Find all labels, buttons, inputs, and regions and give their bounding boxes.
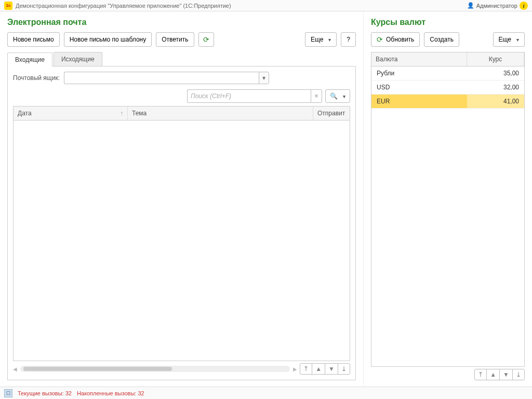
refresh-icon: ⟳ xyxy=(203,35,209,44)
rate-name: EUR xyxy=(371,95,467,108)
rates-nav-buttons: ⤒ ▲ ▼ ⤓ xyxy=(475,369,525,380)
nav-down-button[interactable]: ▼ xyxy=(499,369,513,380)
email-table-header: Дата↑ Тема Отправит xyxy=(13,106,350,121)
scroll-right-icon[interactable]: ▶ xyxy=(293,366,297,372)
refresh-button[interactable]: ⟳ xyxy=(198,32,214,47)
tab-outbox[interactable]: Исходящие xyxy=(54,52,102,66)
reply-button[interactable]: Ответить xyxy=(156,32,194,47)
email-more-button[interactable]: Еще xyxy=(305,32,337,47)
rates-table-header: Валюта Курс xyxy=(371,52,525,66)
search-input[interactable] xyxy=(187,89,311,103)
rate-row[interactable]: EUR41,00 xyxy=(371,95,524,109)
rates-pane: Курсы валют ⟳Обновить Создать Еще Валюта… xyxy=(364,11,532,387)
rate-row[interactable]: USD32,00 xyxy=(371,81,524,95)
rates-create-button[interactable]: Создать xyxy=(424,32,459,47)
user-name: Администратор xyxy=(476,3,517,9)
nav-down-button[interactable]: ▼ xyxy=(325,363,338,375)
col-rate[interactable]: Курс xyxy=(467,52,524,66)
titlebar: 1c Демонстрационная конфигурация "Управл… xyxy=(0,0,532,11)
email-toolbar: Новое письмо Новое письмо по шаблону Отв… xyxy=(7,32,356,47)
rates-toolbar: ⟳Обновить Создать Еще xyxy=(371,32,525,47)
statusbar: ☐ Текущие вызовы: 32 Накопленные вызовы:… xyxy=(0,387,532,399)
email-help-button[interactable]: ? xyxy=(341,32,356,47)
sort-asc-icon: ↑ xyxy=(120,110,123,117)
nav-first-button[interactable]: ⤒ xyxy=(300,363,312,375)
search-box: × xyxy=(187,89,322,103)
email-pane: Электронная почта Новое письмо Новое пис… xyxy=(0,11,364,387)
horizontal-scrollbar[interactable] xyxy=(20,366,290,372)
email-scroll-row: ◀ ▶ ⤒ ▲ ▼ ⤓ xyxy=(13,363,350,375)
user-icon: 👤 xyxy=(467,2,474,9)
status-accumulated-calls: Накопленные вызовы: 32 xyxy=(77,390,144,396)
mailbox-label: Почтовый ящик: xyxy=(13,74,60,82)
app-logo-icon: 1c xyxy=(4,2,12,10)
rate-name: USD xyxy=(371,81,467,94)
rates-refresh-button[interactable]: ⟳Обновить xyxy=(371,32,420,47)
col-currency[interactable]: Валюта xyxy=(371,52,467,66)
col-date[interactable]: Дата↑ xyxy=(14,107,128,120)
tab-inbox[interactable]: Входящие xyxy=(7,52,52,66)
info-icon[interactable]: i xyxy=(520,2,528,10)
col-sender[interactable]: Отправит xyxy=(313,107,350,120)
user-area[interactable]: 👤 Администратор i xyxy=(467,2,528,10)
mailbox-row: Почтовый ящик: ▾ xyxy=(13,72,350,84)
rates-title: Курсы валют xyxy=(371,18,525,27)
scrollbar-thumb[interactable] xyxy=(23,367,172,371)
search-button[interactable]: 🔍 xyxy=(325,89,350,103)
email-table-body[interactable] xyxy=(13,121,350,361)
nav-up-button[interactable]: ▲ xyxy=(312,363,325,375)
rate-value: 35,00 xyxy=(467,66,524,80)
email-title: Электронная почта xyxy=(7,18,356,27)
nav-up-button[interactable]: ▲ xyxy=(486,369,500,380)
refresh-icon: ⟳ xyxy=(377,35,383,44)
new-mail-template-button[interactable]: Новое письмо по шаблону xyxy=(64,32,152,47)
search-clear-button[interactable]: × xyxy=(311,89,322,103)
nav-last-button[interactable]: ⤓ xyxy=(512,369,525,380)
new-mail-button[interactable]: Новое письмо xyxy=(7,32,60,47)
email-nav-buttons: ⤒ ▲ ▼ ⤓ xyxy=(300,363,350,375)
col-subject[interactable]: Тема xyxy=(128,107,313,120)
email-tabs: Входящие Исходящие xyxy=(7,52,356,66)
rates-table-body[interactable]: Рубли35,00USD32,00EUR41,00 xyxy=(371,66,525,367)
nav-first-button[interactable]: ⤒ xyxy=(474,369,487,380)
statusbar-icon[interactable]: ☐ xyxy=(4,389,12,397)
search-row: × 🔍 xyxy=(13,89,350,103)
mailbox-input[interactable] xyxy=(64,72,259,84)
search-icon: 🔍 xyxy=(330,92,338,100)
scroll-left-icon[interactable]: ◀ xyxy=(13,366,17,372)
rate-value: 32,00 xyxy=(467,81,524,94)
rates-footer: ⤒ ▲ ▼ ⤓ xyxy=(371,369,525,380)
rate-row[interactable]: Рубли35,00 xyxy=(371,66,524,81)
window-title: Демонстрационная конфигурация "Управляем… xyxy=(16,3,467,9)
nav-last-button[interactable]: ⤓ xyxy=(338,363,350,375)
rate-value: 41,00 xyxy=(467,95,524,108)
mailbox-dropdown-button[interactable]: ▾ xyxy=(259,72,269,84)
status-current-calls: Текущие вызовы: 32 xyxy=(18,390,72,396)
email-tab-body: Почтовый ящик: ▾ × 🔍 Дата↑ Тема Отправит xyxy=(7,66,356,380)
rates-more-button[interactable]: Еще xyxy=(493,32,525,47)
mailbox-combo[interactable]: ▾ xyxy=(64,72,269,84)
rate-name: Рубли xyxy=(371,66,467,80)
